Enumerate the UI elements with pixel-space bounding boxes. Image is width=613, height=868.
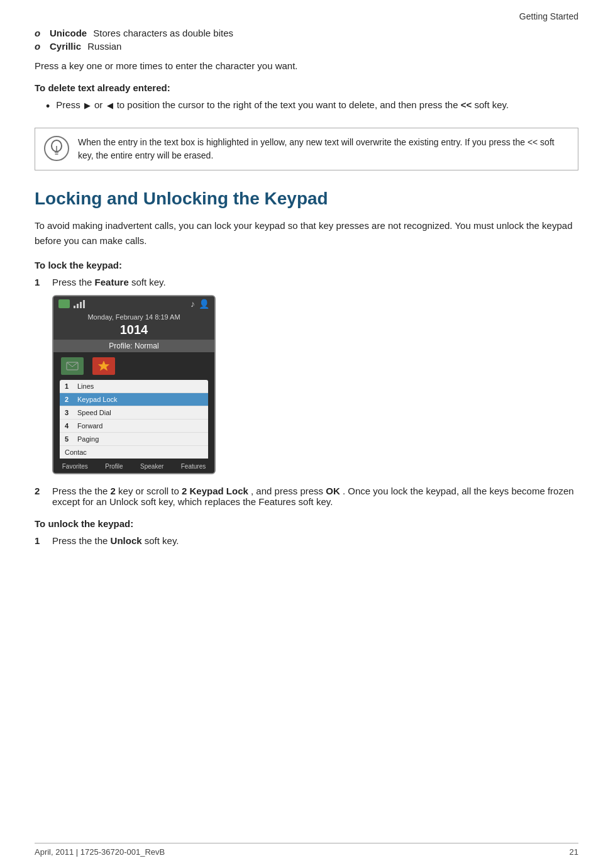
phone-status-icon	[58, 299, 70, 308]
unlock-step1-prefix: Press the	[52, 535, 92, 546]
unicode-text: Stores characters as double bites	[93, 28, 233, 38]
phone-date-bar: Monday, February 14 8:19 AM	[53, 311, 214, 321]
svg-marker-5	[99, 361, 109, 370]
step1-number: 1	[35, 277, 48, 287]
delete-bullet: • Press ▶ or ◀ to position the cursor to…	[46, 99, 578, 114]
phone-menu: 1 Lines 2 Keypad Lock 3 Speed Dial 4 For…	[60, 380, 208, 446]
step2-text: Press the	[52, 486, 92, 496]
unlock-heading: To unlock the keypad:	[35, 518, 578, 529]
phone-icons-row	[53, 352, 214, 380]
soft-key-suffix: soft key.	[474, 99, 509, 110]
unlock-step1: 1 Press the the Unlock soft key.	[35, 535, 578, 546]
phone-screenshot: ♪ 👤 Monday, February 14 8:19 AM 1014 Pro…	[52, 295, 216, 474]
delete-text2: to position the cursor to the right of t…	[117, 99, 461, 110]
music-note-icon: ♪	[191, 299, 195, 309]
unlock-step1-bold: Unlock	[111, 535, 142, 546]
delete-heading: To delete text already entered:	[35, 82, 578, 93]
step1-prefix: Press the	[52, 277, 92, 287]
unicode-item: o Unicode Stores characters as double bi…	[35, 28, 578, 38]
phone-softkeys: Favorites Profile Speaker Features	[53, 460, 214, 473]
phone-contact-bar: Contac	[60, 446, 208, 459]
footer-right: 21	[570, 847, 578, 857]
phone-date: Monday, February 14 8:19 AM	[87, 313, 180, 321]
step1-bold: Feature	[95, 277, 129, 287]
menu-item-4: 4 Forward	[60, 420, 208, 433]
unlock-step-number: 1	[35, 535, 48, 546]
contact-label: Contac	[65, 448, 87, 456]
phone-mail-icon	[61, 357, 84, 375]
cyrillic-label: Cyrillic	[50, 41, 81, 52]
softkey-speaker: Speaker	[140, 463, 163, 470]
signal-icon	[74, 299, 85, 308]
menu-item-5: 5 Paging	[60, 433, 208, 446]
step2-text2: key or scroll to	[118, 486, 182, 496]
softkey-features: Features	[181, 463, 206, 470]
lock-heading: To lock the keypad:	[35, 260, 578, 270]
softkey-profile: Profile	[105, 463, 123, 470]
footer-left: April, 2011 | 1725-36720-001_RevB	[35, 847, 165, 857]
step2-text-block: Press the the 2 key or scroll to 2 Keypa…	[52, 486, 578, 507]
menu-item-1: 1 Lines	[60, 380, 208, 393]
step2-text3: , and press	[251, 486, 297, 496]
menu-item-2-selected: 2 Keypad Lock	[60, 393, 208, 406]
bullet-o-cyrillic: o	[35, 41, 43, 52]
step2-number: 2	[35, 486, 48, 496]
menu-item-3: 3 Speed Dial	[60, 406, 208, 420]
delete-instruction: Press ▶ or ◀ to position the cursor to t…	[56, 99, 509, 110]
step2-bold3: OK	[326, 486, 340, 496]
phone-profile: Profile: Normal	[53, 340, 214, 352]
step1-suffix: soft key.	[131, 277, 166, 287]
softkey-favorites: Favorites	[62, 463, 88, 470]
press-text: Press	[56, 99, 80, 110]
step1-line: 1 Press the Feature soft key.	[35, 277, 578, 287]
cyrillic-item: o Cyrillic Russian	[35, 41, 578, 52]
press-key-text: Press a key one or more times to enter t…	[35, 60, 578, 71]
note-bulb-icon	[44, 136, 69, 161]
cyrillic-text: Russian	[87, 41, 121, 52]
phone-icons-right: ♪ 👤	[191, 299, 209, 309]
bullet-o-unicode: o	[35, 28, 43, 38]
step1-text: Press the Feature soft key.	[52, 277, 166, 287]
unicode-label: Unicode	[50, 28, 87, 38]
unlock-step1-suffix: soft key.	[145, 535, 179, 546]
phone-status-bar: ♪ 👤	[53, 296, 214, 311]
lock-step2: 2 Press the the 2 key or scroll to 2 Key…	[35, 486, 578, 507]
arrow-right-icon: ▶	[84, 101, 91, 110]
header-title: Getting Started	[519, 11, 578, 21]
step2-bold1: 2	[111, 486, 116, 496]
person-icon: 👤	[199, 299, 209, 309]
soft-key-label: <<	[461, 99, 472, 110]
bullet-dot-icon: •	[46, 99, 50, 114]
step2-bold2: 2 Keypad Lock	[182, 486, 248, 496]
phone-number: 1014	[53, 321, 214, 340]
footer: April, 2011 | 1725-36720-001_RevB 21	[35, 843, 578, 857]
note-text: When the entry in the text box is highli…	[78, 136, 569, 162]
phone-star-icon	[92, 357, 115, 375]
arrow-left-icon: ◀	[107, 101, 113, 110]
lock-step1: 1 Press the Feature soft key.	[35, 277, 578, 474]
unlock-step1-text: Press the the Unlock soft key.	[52, 535, 179, 546]
locking-intro: To avoid making inadvertent calls, you c…	[35, 218, 578, 248]
note-box: When the entry in the text box is highli…	[35, 128, 578, 170]
or-text: or	[94, 99, 102, 110]
page-header: Getting Started	[35, 11, 578, 21]
locking-section-title: Locking and Unlocking the Keypad	[35, 188, 578, 209]
